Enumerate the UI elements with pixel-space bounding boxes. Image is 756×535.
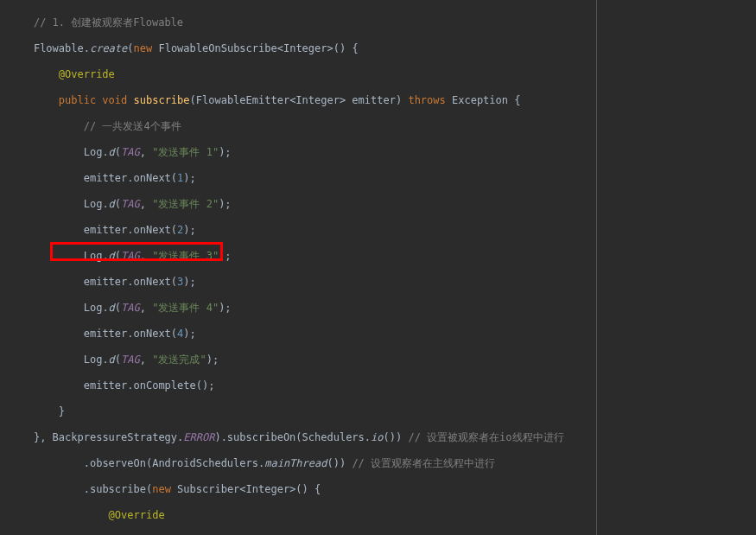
code-line: Flowable.create(new FlowableOnSubscribe<… — [9, 42, 756, 55]
code-line: // 一共发送4个事件 — [9, 120, 756, 133]
code-line: emitter.onNext(4); — [9, 328, 756, 341]
code-line: .subscribe(new Subscriber<Integer>() { — [9, 483, 756, 496]
code-line: Log.d(TAG, "发送完成"); — [9, 353, 756, 366]
code-line: Log.d(TAG, "发送事件 2"); — [9, 198, 756, 211]
code-line: Log.d(TAG, "发送事件 4"); — [9, 302, 756, 315]
code-line: } — [9, 405, 756, 418]
code-editor[interactable]: // 1. 创建被观察者Flowable Flowable.create(new… — [0, 0, 756, 535]
editor-ruler — [596, 0, 597, 535]
comment: // 1. 创建被观察者Flowable — [34, 16, 183, 29]
code-line: emitter.onNext(3); — [9, 276, 756, 289]
code-line: Log.d(TAG, "发送事件 1"); — [9, 146, 756, 159]
code-line: @Override — [9, 68, 756, 81]
code-line: Log.d(TAG, "发送事件 3"); — [9, 250, 756, 263]
code-line: .observeOn(AndroidSchedulers.mainThread(… — [9, 457, 756, 470]
code-line: public void subscribe(FlowableEmitter<In… — [9, 94, 756, 107]
code-line: }, BackpressureStrategy.ERROR).subscribe… — [9, 431, 756, 444]
code-line: emitter.onNext(1); — [9, 172, 756, 185]
code-line: emitter.onComplete(); — [9, 379, 756, 392]
code-line: // 1. 创建被观察者Flowable — [9, 16, 756, 29]
code-line: @Override — [9, 509, 756, 522]
code-line: emitter.onNext(2); — [9, 224, 756, 237]
